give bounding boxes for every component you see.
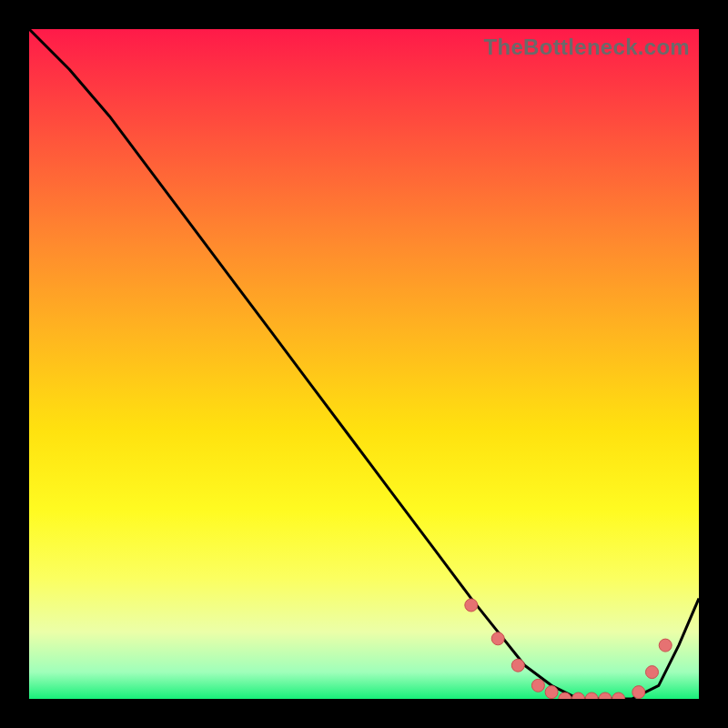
data-point bbox=[659, 639, 672, 652]
data-point bbox=[599, 693, 612, 699]
data-point bbox=[511, 659, 524, 672]
chart-plot-area: TheBottleneck.com bbox=[29, 29, 699, 699]
data-point bbox=[465, 599, 478, 612]
data-point bbox=[646, 666, 659, 679]
data-point bbox=[491, 632, 504, 645]
data-point bbox=[612, 693, 625, 699]
data-point bbox=[572, 693, 585, 699]
chart-svg bbox=[29, 29, 699, 699]
bottleneck-curve bbox=[29, 29, 699, 699]
data-point bbox=[545, 686, 558, 699]
data-point bbox=[531, 679, 544, 692]
data-point bbox=[632, 686, 645, 699]
data-point bbox=[585, 693, 598, 699]
